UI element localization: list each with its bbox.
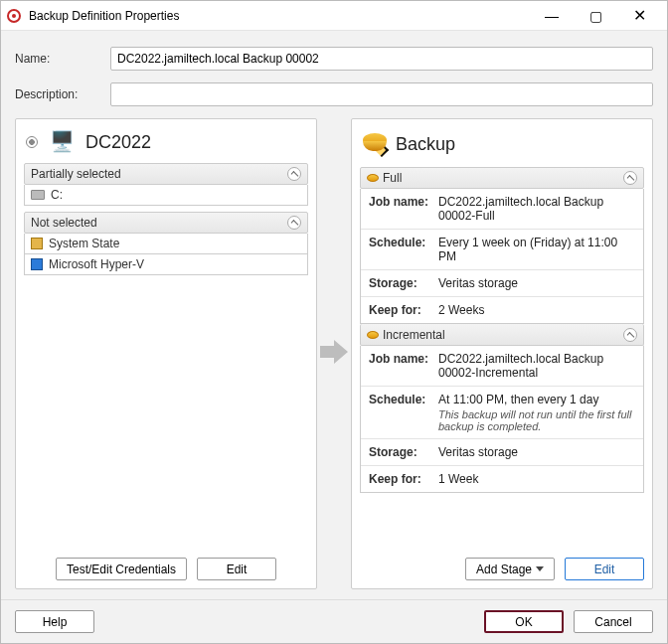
maximize-button[interactable]: ▢ — [574, 2, 617, 30]
prop-val: DC2022.jamiltech.local Backup 00002-Incr… — [438, 352, 635, 380]
schedule-value: At 11:00 PM, then every 1 day — [438, 393, 635, 406]
prop-key: Schedule: — [369, 236, 438, 263]
prop-val: Veritas storage — [438, 276, 635, 290]
section-label: Partially selected — [31, 167, 121, 181]
prop-key: Job name: — [369, 352, 438, 380]
titlebar: Backup Definition Properties — ▢ ✕ — [1, 1, 667, 31]
window: Backup Definition Properties — ▢ ✕ Name:… — [0, 0, 668, 644]
chevron-up-icon[interactable] — [623, 171, 637, 185]
arrow-icon — [320, 340, 348, 368]
backup-panel: Backup Full Job name: DC2022.jamiltech.l… — [351, 118, 653, 589]
prop-row: Schedule: Every 1 week on (Friday) at 11… — [361, 230, 643, 270]
prop-row: Keep for: 1 Week — [361, 466, 643, 492]
chevron-up-icon[interactable] — [287, 216, 301, 230]
prop-row: Schedule: At 11:00 PM, then every 1 day … — [361, 387, 643, 439]
backup-icon — [362, 131, 388, 157]
edit-selection-button[interactable]: Edit — [197, 558, 276, 580]
prop-key: Job name: — [369, 195, 438, 223]
name-label: Name: — [15, 52, 110, 66]
caret-down-icon — [536, 566, 544, 571]
prop-row: Job name: DC2022.jamiltech.local Backup … — [361, 189, 643, 230]
prop-row: Job name: DC2022.jamiltech.local Backup … — [361, 346, 643, 387]
system-state-icon — [31, 238, 43, 249]
selection-buttons: Test/Edit Credentials Edit — [24, 558, 308, 580]
add-stage-button[interactable]: Add Stage — [465, 558, 555, 580]
incremental-header[interactable]: Incremental — [360, 324, 644, 346]
test-edit-credentials-button[interactable]: Test/Edit Credentials — [56, 558, 187, 580]
section-label: Not selected — [31, 216, 97, 230]
partially-selected-header[interactable]: Partially selected — [24, 163, 308, 185]
hyperv-icon — [31, 258, 43, 270]
radio-icon — [26, 136, 38, 148]
description-label: Description: — [15, 87, 110, 101]
section-label: Incremental — [383, 328, 445, 342]
item-label: C: — [51, 188, 63, 202]
prop-row: Storage: Veritas storage — [361, 270, 643, 297]
backup-title: Backup — [396, 134, 455, 155]
incremental-properties: Job name: DC2022.jamiltech.local Backup … — [360, 346, 644, 493]
prop-val: 2 Weeks — [438, 303, 635, 317]
full-disk-icon — [367, 174, 379, 182]
prop-key: Schedule: — [369, 393, 438, 432]
minimize-button[interactable]: — — [530, 2, 574, 30]
name-input[interactable] — [110, 47, 653, 71]
chevron-up-icon[interactable] — [623, 328, 637, 342]
window-title: Backup Definition Properties — [29, 9, 530, 23]
prop-val: 1 Week — [438, 472, 635, 486]
app-icon — [7, 9, 21, 23]
item-label: System State — [49, 237, 119, 250]
cancel-button[interactable]: Cancel — [574, 610, 653, 633]
prop-row: Keep for: 2 Weeks — [361, 297, 643, 323]
server-icon — [50, 131, 78, 153]
backup-buttons: Add Stage Edit — [360, 558, 644, 580]
prop-row: Storage: Veritas storage — [361, 439, 643, 466]
close-button[interactable]: ✕ — [617, 2, 661, 30]
backup-title-row: Backup — [362, 131, 642, 157]
button-label: Add Stage — [476, 563, 532, 576]
selection-title: DC2022 — [85, 132, 151, 153]
panels: DC2022 Partially selected C: Not selecte… — [15, 118, 653, 589]
edit-backup-button[interactable]: Edit — [565, 558, 644, 580]
prop-key: Storage: — [369, 445, 438, 459]
prop-val: At 11:00 PM, then every 1 day This backu… — [438, 393, 635, 432]
help-button[interactable]: Help — [15, 610, 94, 633]
prop-val: Every 1 week on (Friday) at 11:00 PM — [438, 236, 635, 263]
chevron-up-icon[interactable] — [287, 167, 301, 181]
svg-marker-0 — [320, 340, 348, 364]
selection-panel: DC2022 Partially selected C: Not selecte… — [15, 118, 317, 589]
footer: Help OK Cancel — [1, 599, 667, 643]
schedule-note: This backup will not run until the first… — [438, 408, 635, 432]
content: Name: Description: DC2022 Partially sele… — [1, 31, 667, 599]
section-label: Full — [383, 171, 402, 185]
list-item[interactable]: Microsoft Hyper-V — [24, 254, 308, 275]
ok-button[interactable]: OK — [484, 610, 564, 633]
list-item[interactable]: C: — [24, 185, 308, 206]
prop-key: Keep for: — [369, 303, 438, 317]
full-properties: Job name: DC2022.jamiltech.local Backup … — [360, 189, 644, 324]
selection-title-row: DC2022 — [26, 131, 306, 153]
item-label: Microsoft Hyper-V — [49, 257, 144, 271]
disk-icon — [31, 190, 45, 200]
prop-key: Storage: — [369, 276, 438, 290]
not-selected-header[interactable]: Not selected — [24, 212, 308, 234]
description-row: Description: — [15, 82, 653, 106]
description-input[interactable] — [110, 82, 653, 106]
prop-val: DC2022.jamiltech.local Backup 00002-Full — [438, 195, 635, 223]
prop-val: Veritas storage — [438, 445, 635, 459]
prop-key: Keep for: — [369, 472, 438, 486]
incremental-disk-icon — [367, 331, 379, 339]
list-item[interactable]: System State — [24, 234, 308, 254]
name-row: Name: — [15, 47, 653, 71]
full-header[interactable]: Full — [360, 167, 644, 189]
